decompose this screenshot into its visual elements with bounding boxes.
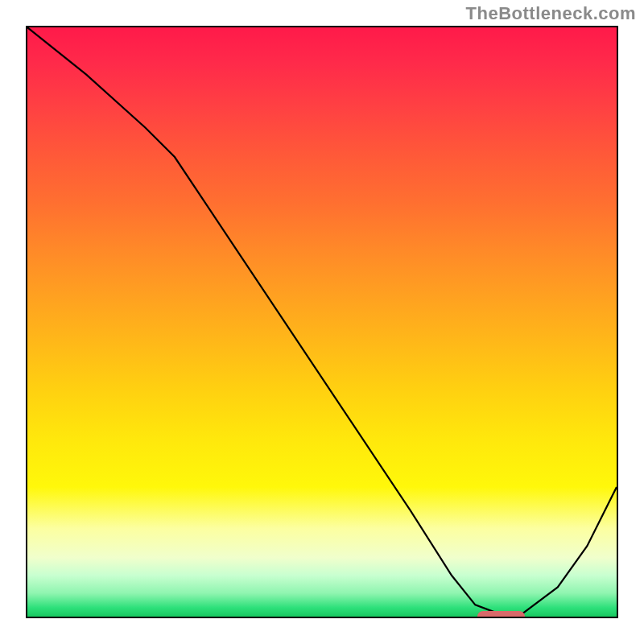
optimal-marker [477, 611, 525, 618]
watermark-text: TheBottleneck.com [466, 3, 636, 24]
bottleneck-curve [27, 27, 617, 617]
plot-area [26, 26, 618, 618]
